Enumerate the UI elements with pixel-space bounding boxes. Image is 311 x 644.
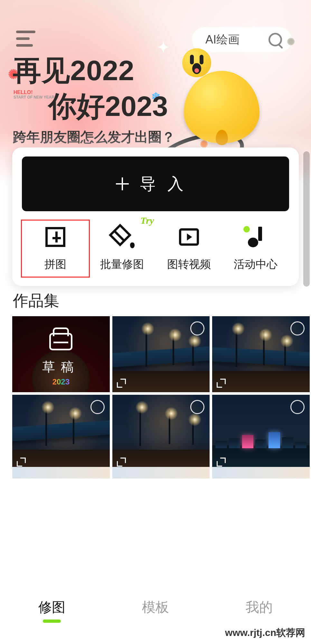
nav-template[interactable]: 模板 (142, 598, 169, 616)
expand-icon[interactable] (217, 379, 226, 388)
collage-icon (45, 227, 65, 247)
select-circle-icon[interactable] (90, 400, 105, 414)
hello-tag: HELLO! START OF NEW YEAR (14, 90, 54, 99)
inbox-icon (49, 333, 72, 350)
gallery-row-partial (12, 467, 310, 478)
search-icon (269, 33, 282, 46)
try-badge: Try (140, 215, 154, 226)
gallery-item[interactable] (212, 316, 310, 392)
hero-subtitle: 跨年朋友圈怎么发才出圈？ (13, 128, 175, 146)
portfolio-title: 作品集 (13, 290, 59, 311)
gallery-item[interactable] (112, 395, 210, 471)
action-activity-center[interactable]: 活动中心 (228, 225, 283, 272)
music-note-icon (246, 227, 265, 247)
hero-title-line2: 你好2023 (48, 87, 175, 126)
nav-mine[interactable]: 我的 (246, 598, 273, 616)
expand-icon[interactable] (217, 458, 226, 467)
import-button[interactable]: 导入 (22, 156, 289, 211)
select-circle-icon[interactable] (190, 321, 204, 336)
hero-title-line1: 再见2022 (13, 52, 175, 90)
select-circle-icon[interactable] (290, 321, 305, 336)
select-circle-icon[interactable] (290, 400, 305, 414)
bottom-nav: 修图 模板 我的 (0, 591, 311, 624)
action-label: 活动中心 (234, 257, 278, 272)
action-row: 拼图 Try 批量修图 图转视频 活动中心 (22, 225, 289, 272)
menu-button[interactable] (16, 31, 35, 47)
sparkle-icon: ✺ (287, 36, 295, 47)
draft-tile[interactable]: 草稿 2023 (12, 316, 110, 392)
gallery-item[interactable] (212, 467, 310, 478)
watermark: www.rjtj.cn软荐网 (225, 626, 305, 639)
search-label: AI绘画 (205, 32, 240, 48)
import-label: 导入 (140, 173, 195, 195)
action-label: 拼图 (44, 257, 66, 272)
nav-edit[interactable]: 修图 (38, 598, 65, 616)
action-label: 图转视频 (167, 257, 211, 272)
gallery-item[interactable] (12, 395, 110, 471)
gallery-item[interactable] (212, 395, 310, 471)
search-button[interactable]: AI绘画 (192, 27, 292, 52)
gallery-item[interactable] (112, 467, 210, 478)
gallery-item[interactable] (112, 316, 210, 392)
portfolio-grid: 草稿 2023 (12, 316, 310, 471)
action-image-to-video[interactable]: 图转视频 (162, 225, 216, 272)
scroll-indicator[interactable] (303, 151, 310, 287)
gallery-item[interactable] (12, 467, 110, 478)
action-label: 批量修图 (100, 257, 144, 272)
bucket-icon (111, 226, 133, 248)
action-batch-edit[interactable]: Try 批量修图 (95, 225, 149, 272)
action-collage[interactable]: 拼图 (28, 225, 83, 272)
main-card: 导入 拼图 Try 批量修图 图转视频 活动中心 (12, 147, 299, 286)
play-icon (179, 228, 199, 246)
expand-icon[interactable] (117, 379, 126, 388)
draft-label: 草稿 (42, 358, 80, 376)
expand-icon[interactable] (117, 458, 126, 467)
expand-icon[interactable] (17, 458, 26, 467)
plus-icon (116, 177, 129, 190)
draft-year: 2023 (52, 377, 70, 386)
